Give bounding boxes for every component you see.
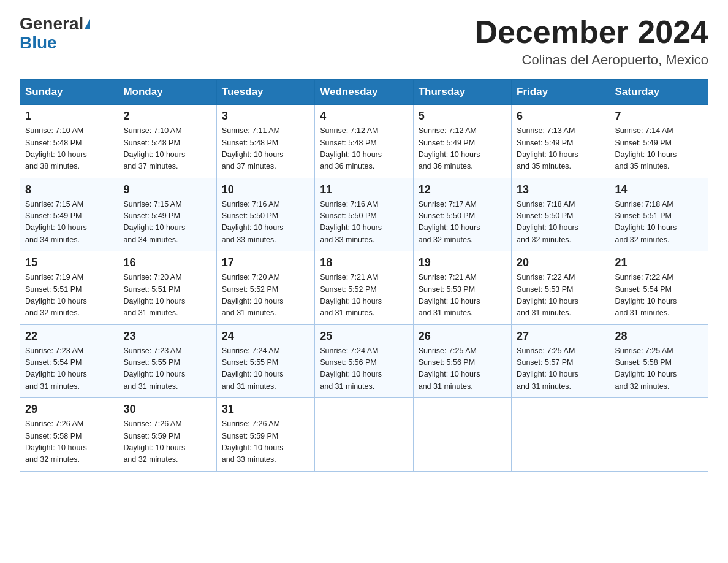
day-number: 24 [222, 330, 309, 343]
title-block: December 2024 Colinas del Aeropuerto, Me… [474, 15, 708, 68]
calendar-cell: 11Sunrise: 7:16 AMSunset: 5:50 PMDayligh… [315, 178, 413, 251]
calendar-cell: 26Sunrise: 7:25 AMSunset: 5:56 PMDayligh… [413, 324, 511, 398]
day-number: 22 [25, 330, 113, 343]
day-info: Sunrise: 7:21 AMSunset: 5:53 PMDaylight:… [419, 272, 506, 320]
day-info: Sunrise: 7:12 AMSunset: 5:49 PMDaylight:… [419, 125, 506, 173]
day-number: 27 [517, 330, 604, 343]
calendar-week-row: 1Sunrise: 7:10 AMSunset: 5:48 PMDaylight… [20, 105, 708, 178]
day-info: Sunrise: 7:10 AMSunset: 5:48 PMDaylight:… [25, 125, 113, 173]
logo-blue: Blue [20, 34, 57, 53]
calendar-cell: 30Sunrise: 7:26 AMSunset: 5:59 PMDayligh… [118, 398, 216, 472]
calendar-cell: 14Sunrise: 7:18 AMSunset: 5:51 PMDayligh… [610, 178, 708, 251]
day-number: 2 [123, 110, 211, 123]
calendar-subtitle: Colinas del Aeropuerto, Mexico [474, 52, 708, 68]
day-info: Sunrise: 7:15 AMSunset: 5:49 PMDaylight:… [25, 199, 113, 247]
header-monday: Monday [118, 80, 216, 105]
day-info: Sunrise: 7:21 AMSunset: 5:52 PMDaylight:… [320, 272, 408, 320]
day-number: 1 [25, 110, 113, 123]
day-info: Sunrise: 7:25 AMSunset: 5:57 PMDaylight:… [517, 345, 604, 393]
calendar-cell: 12Sunrise: 7:17 AMSunset: 5:50 PMDayligh… [413, 178, 511, 251]
calendar-cell: 15Sunrise: 7:19 AMSunset: 5:51 PMDayligh… [20, 251, 118, 325]
calendar-cell: 31Sunrise: 7:26 AMSunset: 5:59 PMDayligh… [216, 398, 314, 472]
calendar-cell: 29Sunrise: 7:26 AMSunset: 5:58 PMDayligh… [20, 398, 118, 472]
day-info: Sunrise: 7:26 AMSunset: 5:59 PMDaylight:… [222, 418, 309, 466]
header-saturday: Saturday [610, 80, 708, 105]
day-number: 12 [419, 183, 506, 196]
calendar-cell: 20Sunrise: 7:22 AMSunset: 5:53 PMDayligh… [512, 251, 610, 325]
calendar-cell: 16Sunrise: 7:20 AMSunset: 5:51 PMDayligh… [118, 251, 216, 325]
day-number: 7 [615, 110, 703, 123]
day-number: 31 [222, 403, 309, 416]
day-info: Sunrise: 7:22 AMSunset: 5:54 PMDaylight:… [615, 272, 703, 320]
day-info: Sunrise: 7:10 AMSunset: 5:48 PMDaylight:… [123, 125, 211, 173]
calendar-cell [610, 398, 708, 472]
day-number: 13 [517, 183, 604, 196]
day-info: Sunrise: 7:23 AMSunset: 5:55 PMDaylight:… [123, 345, 211, 393]
day-info: Sunrise: 7:23 AMSunset: 5:54 PMDaylight:… [25, 345, 113, 393]
calendar-cell: 6Sunrise: 7:13 AMSunset: 5:49 PMDaylight… [512, 105, 610, 178]
logo-triangle-icon [85, 19, 90, 29]
day-number: 3 [222, 110, 309, 123]
calendar-cell: 4Sunrise: 7:12 AMSunset: 5:48 PMDaylight… [315, 105, 413, 178]
header-tuesday: Tuesday [216, 80, 314, 105]
calendar-cell [315, 398, 413, 472]
day-number: 8 [25, 183, 113, 196]
day-number: 25 [320, 330, 408, 343]
day-info: Sunrise: 7:26 AMSunset: 5:58 PMDaylight:… [25, 418, 113, 466]
calendar-cell: 7Sunrise: 7:14 AMSunset: 5:49 PMDaylight… [610, 105, 708, 178]
calendar-cell: 22Sunrise: 7:23 AMSunset: 5:54 PMDayligh… [20, 324, 118, 398]
day-info: Sunrise: 7:20 AMSunset: 5:52 PMDaylight:… [222, 272, 309, 320]
calendar-cell: 24Sunrise: 7:24 AMSunset: 5:55 PMDayligh… [216, 324, 314, 398]
calendar-cell: 13Sunrise: 7:18 AMSunset: 5:50 PMDayligh… [512, 178, 610, 251]
day-info: Sunrise: 7:24 AMSunset: 5:55 PMDaylight:… [222, 345, 309, 393]
day-info: Sunrise: 7:26 AMSunset: 5:59 PMDaylight:… [123, 418, 211, 466]
day-number: 28 [615, 330, 703, 343]
calendar-cell: 8Sunrise: 7:15 AMSunset: 5:49 PMDaylight… [20, 178, 118, 251]
day-number: 19 [419, 256, 506, 269]
day-number: 29 [25, 403, 113, 416]
page-header: General Blue December 2024 Colinas del A… [20, 15, 708, 68]
day-info: Sunrise: 7:15 AMSunset: 5:49 PMDaylight:… [123, 199, 211, 247]
calendar-week-row: 22Sunrise: 7:23 AMSunset: 5:54 PMDayligh… [20, 324, 708, 398]
day-info: Sunrise: 7:11 AMSunset: 5:48 PMDaylight:… [222, 125, 309, 173]
calendar-cell: 23Sunrise: 7:23 AMSunset: 5:55 PMDayligh… [118, 324, 216, 398]
day-info: Sunrise: 7:18 AMSunset: 5:50 PMDaylight:… [517, 199, 604, 247]
calendar-week-row: 15Sunrise: 7:19 AMSunset: 5:51 PMDayligh… [20, 251, 708, 325]
calendar-cell: 5Sunrise: 7:12 AMSunset: 5:49 PMDaylight… [413, 105, 511, 178]
calendar-table: SundayMondayTuesdayWednesdayThursdayFrid… [20, 79, 708, 472]
day-number: 18 [320, 256, 408, 269]
day-info: Sunrise: 7:24 AMSunset: 5:56 PMDaylight:… [320, 345, 408, 393]
calendar-week-row: 29Sunrise: 7:26 AMSunset: 5:58 PMDayligh… [20, 398, 708, 472]
calendar-cell: 25Sunrise: 7:24 AMSunset: 5:56 PMDayligh… [315, 324, 413, 398]
calendar-cell: 9Sunrise: 7:15 AMSunset: 5:49 PMDaylight… [118, 178, 216, 251]
day-number: 21 [615, 256, 703, 269]
day-number: 30 [123, 403, 211, 416]
day-info: Sunrise: 7:20 AMSunset: 5:51 PMDaylight:… [123, 272, 211, 320]
calendar-cell: 17Sunrise: 7:20 AMSunset: 5:52 PMDayligh… [216, 251, 314, 325]
header-sunday: Sunday [20, 80, 118, 105]
day-info: Sunrise: 7:16 AMSunset: 5:50 PMDaylight:… [320, 199, 408, 247]
calendar-cell: 18Sunrise: 7:21 AMSunset: 5:52 PMDayligh… [315, 251, 413, 325]
logo: General Blue [20, 15, 90, 53]
logo-general: General [20, 15, 83, 34]
calendar-cell: 19Sunrise: 7:21 AMSunset: 5:53 PMDayligh… [413, 251, 511, 325]
calendar-header-row: SundayMondayTuesdayWednesdayThursdayFrid… [20, 80, 708, 105]
calendar-cell [413, 398, 511, 472]
day-number: 15 [25, 256, 113, 269]
header-wednesday: Wednesday [315, 80, 413, 105]
day-number: 20 [517, 256, 604, 269]
calendar-week-row: 8Sunrise: 7:15 AMSunset: 5:49 PMDaylight… [20, 178, 708, 251]
day-info: Sunrise: 7:12 AMSunset: 5:48 PMDaylight:… [320, 125, 408, 173]
day-number: 9 [123, 183, 211, 196]
day-number: 11 [320, 183, 408, 196]
day-number: 23 [123, 330, 211, 343]
calendar-title: December 2024 [474, 15, 708, 50]
calendar-cell: 3Sunrise: 7:11 AMSunset: 5:48 PMDaylight… [216, 105, 314, 178]
header-thursday: Thursday [413, 80, 511, 105]
day-number: 10 [222, 183, 309, 196]
calendar-cell: 2Sunrise: 7:10 AMSunset: 5:48 PMDaylight… [118, 105, 216, 178]
day-number: 6 [517, 110, 604, 123]
header-friday: Friday [512, 80, 610, 105]
day-info: Sunrise: 7:17 AMSunset: 5:50 PMDaylight:… [419, 199, 506, 247]
day-info: Sunrise: 7:14 AMSunset: 5:49 PMDaylight:… [615, 125, 703, 173]
